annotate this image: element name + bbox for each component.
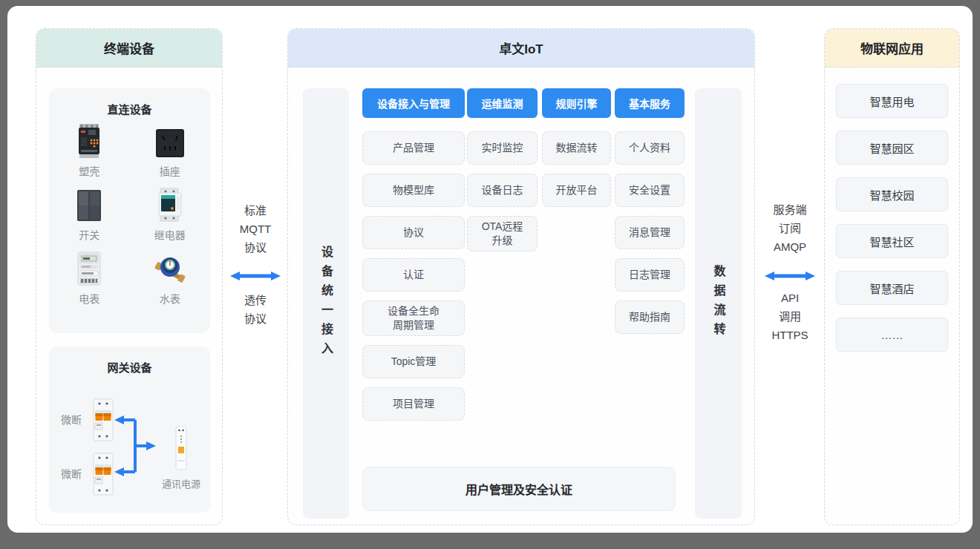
device-label: 开关 [79,227,99,242]
socket-icon [155,124,185,158]
gateway-devices-card: 网关设备 微断 微断 [49,346,210,513]
module-box: Topic管理 [362,345,465,378]
device-item: 塑壳 [49,124,130,178]
module-box: 实时监控 [467,131,538,165]
module-box: 设备日志 [467,174,538,207]
app-item: …… [836,318,948,352]
module-box: 物模型库 [362,174,465,207]
diagram-canvas: 终端设备 直连设备 [7,6,973,533]
terminal-devices-title: 终端设备 [36,29,222,68]
module-box: 项目管理 [362,387,465,421]
module-box: 安全设置 [615,174,685,207]
device-item: 电表 [49,252,130,306]
module-box: 设备全生命 周期管理 [362,300,465,336]
applications-list: 智慧用电 智慧园区 智慧校园 智慧社区 智慧酒店 …… [836,84,948,352]
column-basic-services: 基本服务 个人资料 安全设置 消息管理 日志管理 帮助指南 [615,88,685,334]
device-item: 插座 [130,124,211,178]
module-box: 消息管理 [615,216,685,249]
device-label: 塑壳 [79,163,99,178]
module-box: 数据流转 [542,131,611,165]
app-item: 智慧园区 [836,131,948,165]
device-item: 水表 [130,252,211,306]
column-rule-engine: 规则引擎 数据流转 开放平台 [542,88,611,207]
right-connector-bottom-labels: API 调用 HTTPS [758,289,822,344]
column-header: 运维监测 [467,88,538,118]
left-connector-top-labels: 标准 MQTT 协议 [223,201,287,257]
module-box: 帮助指南 [615,300,685,334]
direct-devices-title: 直连设备 [49,88,210,116]
iot-platform-panel: 卓文IoT 设备统一接入 数据流转 设备接入与管理 产品管理 物模型库 协议 认… [287,28,755,525]
app-item: 智慧社区 [836,224,948,258]
module-box: 开放平台 [542,174,611,207]
right-double-arrow-icon [765,269,815,283]
app-item: 智慧用电 [836,84,948,118]
device-grid: 塑壳 插座 [49,124,210,306]
device-label: 电表 [79,291,99,306]
column-ops-monitoring: 运维监测 实时监控 设备日志 OTA远程 升级 [467,88,538,252]
mccb-icon [77,124,101,158]
device-label: 插座 [160,163,180,178]
left-double-arrow-icon [230,269,281,283]
module-box: 日志管理 [615,258,685,292]
column-header: 设备接入与管理 [362,88,465,118]
electric-meter-icon [76,252,102,286]
gateway-connection-arrows [49,346,210,513]
device-unified-access-bar: 设备统一接入 [303,88,349,519]
module-box: 产品管理 [362,131,465,165]
module-box: 个人资料 [615,131,685,165]
iot-applications-panel: 物联网应用 智慧用电 智慧园区 智慧校园 智慧社区 智慧酒店 …… [824,28,960,525]
direct-devices-card: 直连设备 [49,88,210,333]
wall-switch-icon [76,188,102,222]
water-meter-icon [153,252,187,286]
module-box: OTA远程 升级 [467,216,538,252]
app-item: 智慧酒店 [836,271,948,305]
device-item: 开关 [49,188,130,242]
left-connector-bottom-labels: 透传 协议 [223,291,287,328]
data-flow-bar: 数据流转 [695,88,742,519]
module-box: 认证 [362,258,465,292]
column-device-access: 设备接入与管理 产品管理 物模型库 协议 认证 设备全生命 周期管理 Topic… [362,88,465,421]
iot-platform-title: 卓文IoT [288,29,754,68]
device-label: 继电器 [154,227,186,242]
device-label: 水表 [160,291,180,306]
app-item: 智慧校园 [836,177,948,211]
right-connector-top-labels: 服务端 订阅 AMQP [758,200,822,256]
terminal-devices-panel: 终端设备 直连设备 [36,28,223,525]
iot-applications-title: 物联网应用 [825,29,959,68]
column-header: 规则引擎 [542,88,611,118]
user-management-bar: 用户管理及安全认证 [362,467,676,511]
device-item: 继电器 [130,188,211,242]
column-header: 基本服务 [615,88,685,118]
module-box: 协议 [362,216,465,249]
relay-icon [157,188,183,222]
